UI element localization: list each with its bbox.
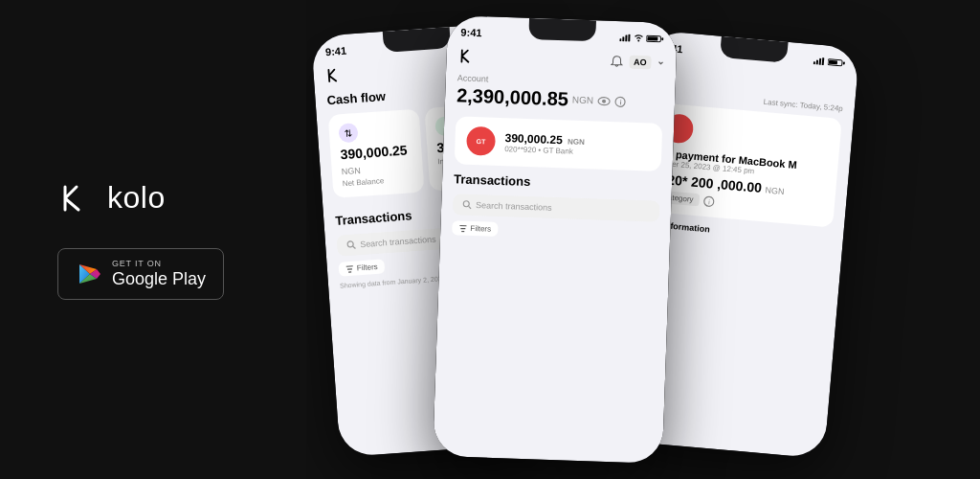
balance-amount: 390,000.25 NGN [340, 142, 413, 177]
bank-details: 390,000.25 NGN 020**920 • GT Bank [504, 131, 585, 156]
wifi-icon-c [634, 34, 643, 42]
filter-icon-c [458, 223, 467, 232]
phone-center: 9:41 AO [433, 15, 678, 464]
transaction-card: rn payment for MacBook M mber 25, 2023 @… [646, 103, 842, 228]
svg-text:i: i [708, 198, 711, 205]
nav-kolo-logo [324, 65, 345, 85]
svg-rect-24 [647, 36, 657, 40]
account-amount: 2,390,000.85 NGN i [457, 84, 664, 114]
svg-point-30 [463, 201, 469, 207]
signal-icon-r [813, 57, 826, 65]
google-play-small-text: GET IT ON [112, 259, 206, 269]
svg-rect-40 [829, 60, 837, 65]
nav-kolo-logo-c [457, 46, 478, 66]
google-play-large-text: Google Play [112, 269, 206, 290]
logo-area: kolo [57, 179, 306, 217]
svg-line-13 [353, 246, 356, 249]
google-play-button[interactable]: GET IT ON Google Play [57, 248, 224, 300]
svg-rect-41 [843, 61, 845, 64]
svg-rect-21 [628, 34, 630, 42]
search-placeholder-left: Search transactions [360, 235, 436, 250]
google-play-text: GET IT ON Google Play [112, 259, 206, 289]
phone-center-screen: 9:41 AO [433, 15, 678, 464]
phone-right-status-icons [813, 57, 846, 67]
svg-rect-37 [819, 58, 822, 65]
filters-btn-center[interactable]: Filters [452, 220, 498, 237]
eye-icon [597, 96, 611, 105]
phones-section: 9:41 SK [306, 0, 980, 479]
svg-point-22 [637, 39, 639, 41]
svg-rect-18 [619, 38, 621, 41]
filter-icon [345, 264, 355, 274]
search-icon [346, 240, 357, 250]
svg-line-31 [469, 206, 472, 209]
brand-name: kolo [107, 180, 166, 216]
svg-point-27 [602, 99, 606, 103]
kolo-logo-icon [57, 179, 96, 217]
bank-card: GT 390,000.25 NGN 020**920 • GT Bank [455, 116, 663, 171]
gtbank-logo: GT [466, 126, 496, 156]
svg-rect-35 [813, 61, 815, 64]
phone-center-notch [528, 18, 596, 41]
svg-rect-36 [816, 60, 818, 65]
transactions-title-center: Transactions [454, 171, 660, 194]
info-icon-r: i [702, 194, 715, 207]
search-placeholder-center: Search transactions [476, 200, 552, 213]
svg-rect-25 [661, 37, 663, 40]
battery-icon-r [828, 58, 846, 68]
info-icon: i [614, 96, 626, 107]
phone-center-content: AO Account 2,390,000.85 NGN i GT [433, 42, 677, 464]
search-icon-c [462, 200, 472, 210]
svg-text:i: i [619, 99, 621, 105]
bank-account-info: 020**920 • GT Bank [504, 145, 584, 156]
svg-rect-38 [822, 57, 825, 65]
signal-icon-c [619, 34, 631, 41]
phone-left-time: 9:41 [325, 45, 347, 58]
balance-card: ⇅ 390,000.25 NGN Net Balance [328, 109, 425, 198]
bell-icon-c [610, 55, 623, 68]
phone-center-nav-right: AO [610, 55, 665, 70]
phone-center-status-icons [619, 34, 663, 43]
svg-rect-19 [622, 36, 624, 41]
balance-icon: ⇅ [338, 123, 358, 143]
left-section: kolo [0, 179, 306, 300]
svg-point-12 [347, 241, 353, 247]
chevron-down-icon-c [657, 59, 664, 67]
filters-btn-left[interactable]: Filters [338, 259, 385, 276]
nav-initials-center: AO [629, 56, 652, 70]
phone-center-time: 9:41 [460, 26, 481, 38]
battery-icon-c [646, 34, 663, 43]
svg-rect-20 [625, 34, 627, 41]
phone-center-nav: AO [457, 46, 665, 73]
search-bar-center[interactable]: Search transactions [453, 194, 660, 222]
google-play-icon [76, 261, 102, 287]
